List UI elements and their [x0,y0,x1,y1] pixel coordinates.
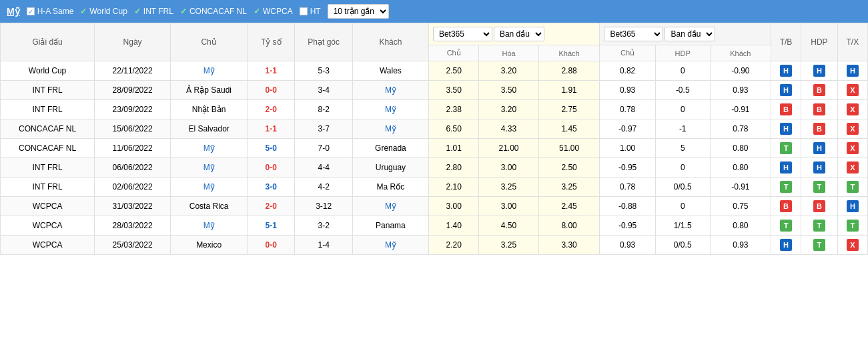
score-cell: 1-1 [248,119,295,139]
home-team-link[interactable]: Mỹ [203,66,215,75]
home-team-link[interactable]: Mỹ [203,143,215,153]
tb-cell: B [771,100,801,119]
table-row: INT FRL 28/09/2022 Ả Rập Saudi 0-0 3-4 M… [1,81,868,100]
hdp-cell: T [801,178,838,197]
odds2-cell: 21.00 [479,139,538,158]
tb-badge: H [780,239,792,251]
date-cell: 28/03/2022 [95,216,171,236]
matches-table: Giải đấu Ngày Chủ Tỷ số Phạt góc Khách B… [0,23,868,255]
tx-badge: X [847,123,859,135]
home-team-name: Mexico [196,240,222,250]
home-team-link[interactable]: Mỹ [203,221,215,230]
filter-int-frl[interactable]: ✓ INT FRL [134,7,173,16]
odds1-cell: 2.80 [428,158,478,178]
tb-badge: T [780,181,792,193]
home-team-link[interactable]: Mỹ [203,163,215,172]
odds5-cell: 5 [655,139,710,158]
tx-cell: X [837,119,867,139]
odds3-cell: 2.88 [538,61,600,81]
table-row: INT FRL 23/09/2022 Nhật Bản 2-0 8-2 Mỹ 2… [1,100,868,119]
away-team-link[interactable]: Mỹ [385,202,396,211]
away-team-name: Grenada [375,143,406,153]
home-cell: Nhật Bản [171,100,248,119]
ht-checkbox[interactable] [300,7,308,15]
matches-tbody: World Cup 22/11/2022 Mỹ 1-1 5-3 Wales 2.… [1,61,868,255]
tx-cell: X [837,100,867,119]
odds2-cell: 3.20 [479,100,538,119]
away-team-link[interactable]: Mỹ [385,105,396,114]
tx-badge: X [847,161,859,174]
odds1-cell: 2.38 [428,100,478,119]
table-row: CONCACAF NL 11/06/2022 Mỹ 5-0 7-0 Grenad… [1,139,868,158]
table-row: World Cup 22/11/2022 Mỹ 1-1 5-3 Wales 2.… [1,61,868,81]
odds2-cell: 3.00 [479,158,538,178]
tx-cell: H [837,61,867,81]
odds4-cell: 0.93 [600,236,655,255]
odds3-cell: 1.91 [538,81,600,100]
corner-cell: 3-7 [295,119,353,139]
odds1-cell: 2.20 [428,236,478,255]
tx-badge: X [847,103,859,115]
away-team-name: Wales [380,66,402,75]
odds3-cell: 51.00 [538,139,600,158]
table-row: INT FRL 06/06/2022 Mỹ 0-0 4-4 Uruguay 2.… [1,158,868,178]
hdp-cell: B [801,119,838,139]
odds-left-source-select[interactable]: Bet365 William Hill [433,27,492,41]
odds2-cell: 4.50 [479,216,538,236]
odds-right-source-select[interactable]: Bet365 William Hill [604,27,663,41]
filter-world-cup[interactable]: ✓ World Cup [80,7,127,16]
odds5-cell: 0 [655,61,710,81]
home-team-link[interactable]: Mỹ [203,182,215,192]
hdp-cell: H [801,139,838,158]
filter-ht[interactable]: HT [300,7,321,16]
league-cell: World Cup [1,61,95,81]
away-team-link[interactable]: Mỹ [385,85,396,95]
home-cell: El Salvador [171,119,248,139]
tb-badge: B [780,200,792,212]
odds3-cell: 3.25 [538,178,600,197]
odds5-cell: 0/0.5 [655,178,710,197]
filter-concacaf-nl[interactable]: ✓ CONCACAF NL [180,7,247,16]
odds1-cell: 1.01 [428,139,478,158]
tb-badge: H [780,84,792,96]
date-cell: 28/09/2022 [95,81,171,100]
home-cell: Mỹ [171,178,248,197]
col-odds-left-group: Bet365 William Hill Ban đầu Hiện tại [428,23,600,45]
filter-ha-same[interactable]: Giải đấu H-A Same [27,7,74,16]
corner-cell: 3-4 [295,81,353,100]
odds6-cell: -0.90 [710,61,771,81]
home-cell: Ả Rập Saudi [171,81,248,100]
odds4-cell: -0.88 [600,197,655,216]
subh-hdp: HDP [655,45,710,61]
table-row: INT FRL 02/06/2022 Mỹ 3-0 4-2 Ma Rốc 2.1… [1,178,868,197]
odds5-cell: 0 [655,100,710,119]
tb-cell: H [771,158,801,178]
tb-badge: H [780,123,792,135]
away-team-link[interactable]: Mỹ [385,240,396,250]
team-title[interactable]: Mỹ [7,6,20,17]
corner-cell: 5-3 [295,61,353,81]
home-team-name: Nhật Bản [192,105,226,114]
corner-cell: 3-12 [295,197,353,216]
odds2-cell: 3.00 [479,197,538,216]
subh-khach2: Khách [710,45,771,61]
league-cell: INT FRL [1,81,95,100]
odds6-cell: 0.93 [710,236,771,255]
home-cell: Mexico [171,236,248,255]
odds3-cell: 2.45 [538,197,600,216]
tx-cell: T [837,178,867,197]
col-away-header: Khách [352,23,428,61]
ha-same-checkbox[interactable] [27,7,35,15]
tb-cell: H [771,61,801,81]
odds-left-type-select[interactable]: Ban đầu Hiện tại [494,27,544,41]
col-tx-header: T/X [837,23,867,61]
score-cell: 3-0 [248,178,295,197]
date-cell: 11/06/2022 [95,139,171,158]
recent-match-select[interactable]: 10 trận gần 5 trận gần 20 trận gần [328,4,389,19]
corner-cell: 3-2 [295,216,353,236]
odds-right-type-select[interactable]: Ban đầu Hiện tại [665,27,715,41]
filter-wcpca[interactable]: ✓ WCPCA [254,7,293,16]
away-team-link[interactable]: Mỹ [385,124,396,133]
away-cell: Mỹ [352,197,428,216]
odds2-cell: 3.25 [479,236,538,255]
